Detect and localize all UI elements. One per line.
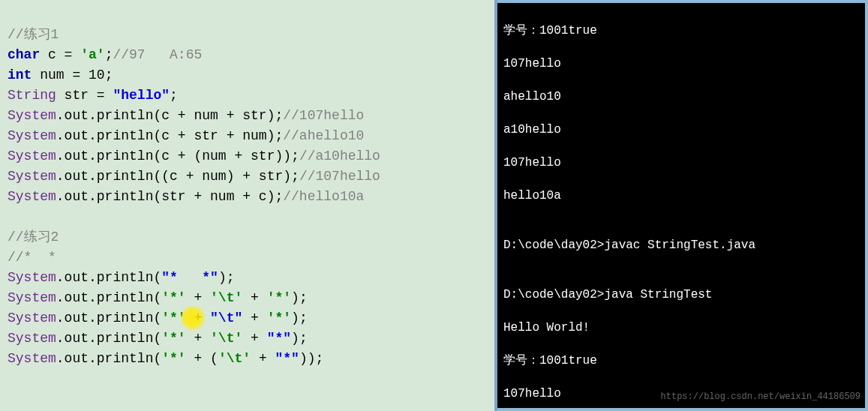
terminal-line: 107hello xyxy=(503,154,859,171)
terminal-line: D:\code\day02>java StringTest xyxy=(503,286,859,303)
terminal-line: D:\code\day02>javac StringTest.java xyxy=(503,237,859,254)
terminal-line: 学号：1001true xyxy=(503,352,859,369)
terminal-line: a10hello xyxy=(503,122,859,138)
terminal-line: 107hello xyxy=(503,56,859,72)
comment: //练习2 xyxy=(8,230,59,244)
terminal-line: 学号：1001true xyxy=(503,22,859,39)
comment: //练习1 xyxy=(8,27,59,42)
keyword: int xyxy=(8,68,32,82)
terminal-line: Hello World! xyxy=(503,320,859,336)
terminal-output[interactable]: 学号：1001true 107hello ahello10 a10hello 1… xyxy=(497,0,868,411)
class-name: String xyxy=(8,88,56,103)
watermark: https://blog.csdn.net/weixin_44186509 xyxy=(661,388,860,405)
code-editor[interactable]: //练习1 char c = 'a';//97 A:65 int num = 1… xyxy=(0,0,497,411)
keyword: char xyxy=(8,47,40,62)
terminal-line: ahello10 xyxy=(503,88,859,105)
comment: //* * xyxy=(8,250,56,265)
terminal-line: hello10a xyxy=(503,188,859,204)
